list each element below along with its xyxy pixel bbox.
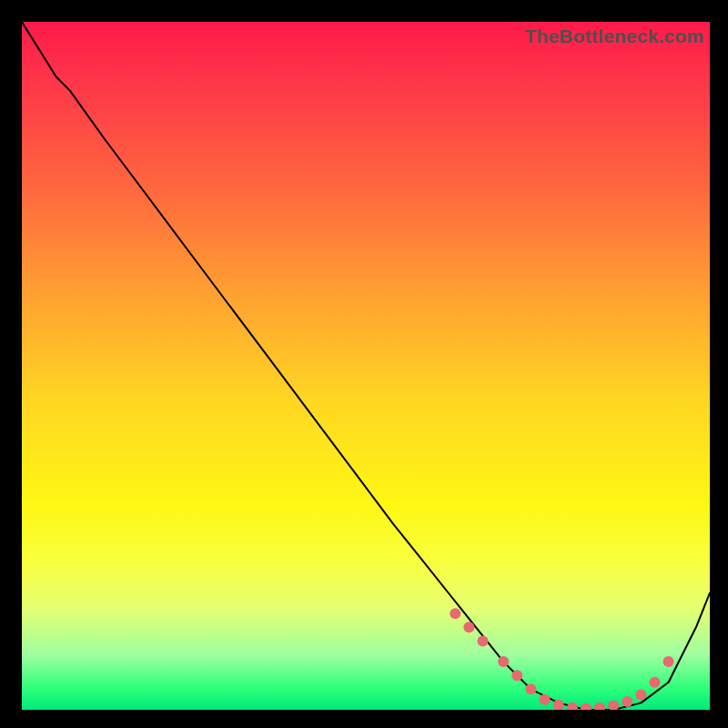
chart-svg <box>22 22 710 710</box>
curve-line <box>22 22 710 710</box>
marker-dot <box>498 656 509 667</box>
marker-dot <box>463 622 474 632</box>
marker-dot <box>635 689 646 700</box>
marker-dot <box>478 635 489 646</box>
marker-dot <box>663 656 674 667</box>
marker-dot <box>608 701 619 711</box>
marker-dot <box>525 683 536 694</box>
marker-dot <box>511 670 522 681</box>
marker-dot <box>622 696 632 707</box>
marker-dot <box>650 677 661 688</box>
marker-dot <box>450 608 460 619</box>
marker-dot <box>540 694 551 705</box>
marker-dots <box>450 608 673 710</box>
marker-dot <box>581 703 592 711</box>
marker-dot <box>594 703 605 710</box>
chart-container: TheBottleneck.com <box>0 0 728 728</box>
marker-dot <box>567 703 578 710</box>
plot-area: TheBottleneck.com <box>22 22 710 710</box>
